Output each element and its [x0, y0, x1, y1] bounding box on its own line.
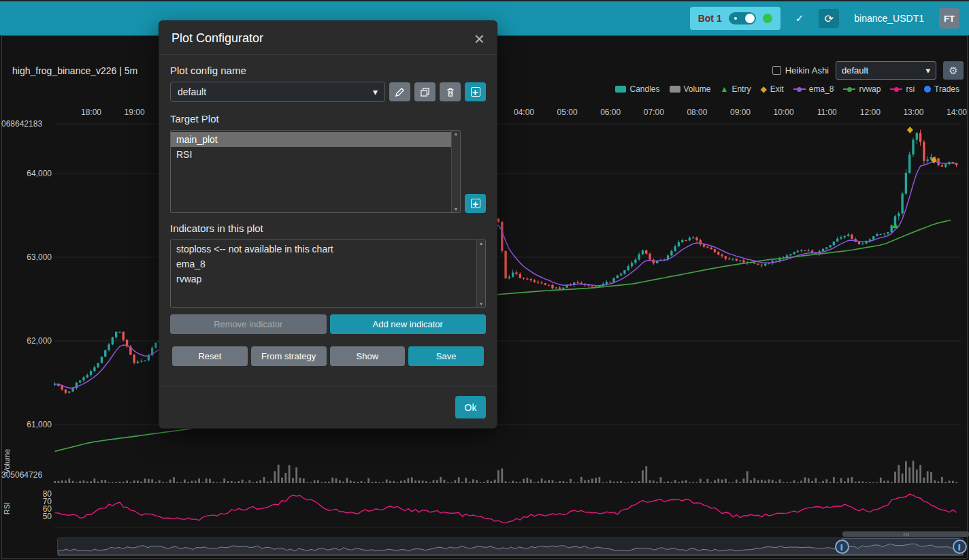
listbox-scrollbar[interactable]: ▲ ▼: [476, 240, 485, 307]
ft-avatar-button[interactable]: FT: [939, 8, 959, 29]
check-icon: ✓: [795, 12, 804, 24]
indicators-listbox[interactable]: stoploss <-- not available in this chart…: [170, 240, 486, 308]
legend-label: rvwap: [859, 84, 881, 94]
indicator-option[interactable]: stoploss <-- not available in this chart: [171, 242, 476, 257]
add-new-indicator-button[interactable]: Add new indicator: [330, 314, 487, 334]
svg-text:62,000: 62,000: [27, 336, 52, 346]
candles-marker-icon: [615, 86, 626, 93]
svg-text:50: 50: [43, 512, 52, 521]
close-icon[interactable]: ×: [474, 32, 484, 46]
chart-legend: CandlesVolume▲Entry◆Exitema_8rvwaprsiTra…: [615, 84, 959, 94]
save-button[interactable]: Save: [408, 346, 484, 366]
pair-label[interactable]: binance_USDT1: [854, 13, 924, 24]
legend-label: rsi: [906, 84, 915, 94]
entry-marker: [892, 223, 898, 228]
legend-item-rvwap[interactable]: rvwap: [843, 84, 881, 94]
gear-icon[interactable]: ⚙: [943, 61, 964, 80]
plot-config-select[interactable]: default ▾: [836, 61, 936, 80]
rsi-marker-icon: [890, 86, 902, 93]
svg-text:RSI: RSI: [3, 502, 11, 514]
svg-text:10:00: 10:00: [774, 108, 794, 117]
svg-text:64,000: 64,000: [27, 169, 52, 178]
legend-item-volume[interactable]: Volume: [670, 84, 711, 94]
legend-item-exit[interactable]: ◆Exit: [760, 84, 783, 94]
svg-text:18:00: 18:00: [81, 108, 101, 117]
volume-bars: [54, 461, 957, 483]
svg-text:08:00: 08:00: [687, 108, 707, 117]
scroll-up-icon[interactable]: ▲: [479, 241, 484, 246]
legend-label: Candles: [629, 84, 659, 94]
svg-text:12:00: 12:00: [860, 108, 881, 117]
target-plot-label: Target Plot: [170, 113, 486, 125]
svg-text:07:00: 07:00: [644, 108, 664, 117]
navigator-preview: [58, 538, 963, 555]
chevron-down-icon: ▾: [925, 65, 930, 76]
legend-label: Exit: [770, 84, 784, 94]
svg-text:19:00: 19:00: [125, 108, 145, 117]
bot-toggle[interactable]: [729, 12, 756, 24]
datazoom-navigator[interactable]: ∥ ∥: [57, 538, 964, 556]
heikin-ashi-checkbox[interactable]: [772, 66, 781, 75]
plus-icon: +: [471, 199, 480, 208]
legend-item-candles[interactable]: Candles: [615, 84, 659, 94]
reload-button[interactable]: ⟳: [819, 9, 839, 28]
scroll-down-icon[interactable]: ▼: [454, 207, 459, 212]
listbox-scrollbar[interactable]: ▲ ▼: [451, 131, 460, 212]
exit-marker-icon: ◆: [760, 86, 766, 93]
online-status-dot: [763, 14, 772, 23]
rvwap-marker-icon: [843, 86, 855, 93]
trades-marker-icon: [924, 86, 931, 93]
indicator-option[interactable]: rvwap: [171, 271, 476, 286]
target-plot-option[interactable]: RSI: [171, 147, 451, 162]
legend-item-rsi[interactable]: rsi: [890, 84, 915, 94]
target-plot-listbox[interactable]: main_plotRSI ▲ ▼: [170, 130, 461, 213]
config-name-select[interactable]: default ▾: [170, 82, 385, 102]
scroll-up-icon[interactable]: ▲: [454, 131, 459, 136]
add-config-button[interactable]: +: [465, 82, 486, 101]
datazoom-window[interactable]: [842, 538, 959, 555]
chart-hscrollbar[interactable]: [842, 531, 969, 537]
bot-selector[interactable]: Bot 1: [690, 7, 781, 30]
copy-icon: [421, 88, 429, 97]
modal-title: Plot Configurator: [171, 31, 263, 46]
edit-config-button[interactable]: [389, 82, 410, 101]
svg-text:63,000: 63,000: [27, 252, 52, 262]
scroll-down-icon[interactable]: ▼: [479, 301, 484, 306]
svg-text:068642183: 068642183: [1, 119, 42, 129]
plot-configurator-modal: Plot Configurator × Plot config name def…: [159, 20, 497, 429]
chevron-down-icon: ▾: [373, 86, 378, 97]
indicator-option[interactable]: ema_8: [171, 257, 476, 271]
legend-label: Volume: [684, 84, 711, 94]
svg-text:61,000: 61,000: [27, 420, 52, 429]
svg-text:11:00: 11:00: [817, 108, 837, 117]
rsi-line: [55, 494, 957, 523]
legend-label: Trades: [934, 84, 959, 94]
volume-marker-icon: [670, 86, 680, 93]
svg-text:14:00: 14:00: [947, 108, 967, 117]
delete-config-button[interactable]: [440, 82, 461, 101]
config-name-label: Plot config name: [170, 65, 486, 76]
scrollbar-grip: [904, 533, 904, 536]
entry-marker-icon: ▲: [721, 86, 729, 93]
datazoom-handle-right[interactable]: ∥: [953, 540, 967, 554]
show-button[interactable]: Show: [330, 346, 406, 366]
duplicate-config-button[interactable]: [414, 82, 436, 101]
datazoom-handle-left[interactable]: ∥: [835, 540, 849, 554]
svg-text:04:00: 04:00: [514, 108, 534, 117]
heikin-ashi-control[interactable]: Heikin Ashi: [772, 65, 829, 76]
reset-button[interactable]: Reset: [172, 346, 248, 366]
ok-button[interactable]: Ok: [455, 396, 486, 418]
svg-text:09:00: 09:00: [730, 108, 751, 117]
remove-indicator-button[interactable]: Remove indicator: [170, 314, 327, 334]
svg-text:Volume: Volume: [3, 449, 11, 474]
svg-text:05:00: 05:00: [557, 108, 578, 117]
legend-item-entry[interactable]: ▲Entry: [721, 84, 751, 94]
target-plot-option[interactable]: main_plot: [171, 132, 451, 147]
exit-marker: [907, 127, 913, 133]
add-plot-button[interactable]: +: [465, 194, 486, 213]
from-strategy-button[interactable]: From strategy: [251, 346, 327, 366]
legend-item-ema_8[interactable]: ema_8: [793, 84, 834, 94]
legend-item-trades[interactable]: Trades: [924, 84, 959, 94]
legend-label: Entry: [732, 84, 751, 94]
heikin-ashi-label: Heikin Ashi: [785, 65, 829, 76]
